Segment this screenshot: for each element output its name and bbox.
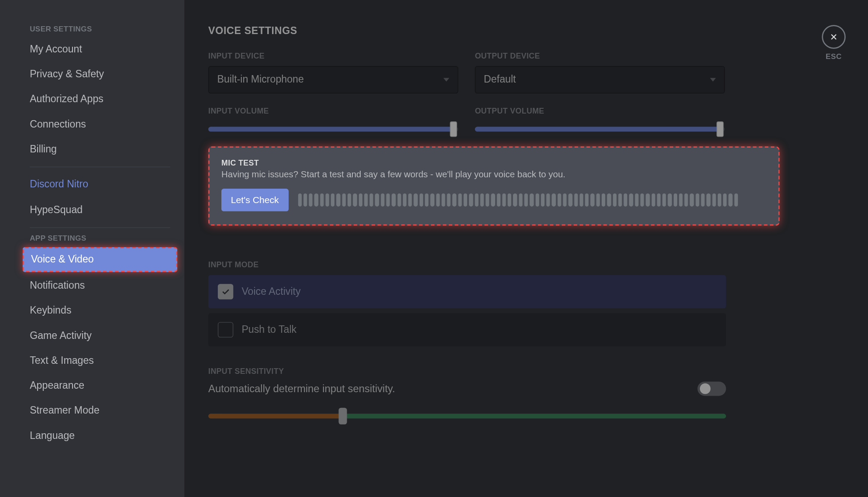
input-sensitivity-label: INPUT SENSITIVITY [208,367,844,376]
auto-sensitivity-toggle[interactable] [697,382,726,396]
checkbox-checked-icon [218,284,233,299]
lets-check-button[interactable]: Let's Check [221,189,288,211]
sidebar-item-hypesquad[interactable]: HypeSquad [23,199,177,221]
sidebar-item-appearance[interactable]: Appearance [23,374,177,397]
close-icon [829,32,839,42]
sidebar-item-connections[interactable]: Connections [23,113,177,136]
sidebar-header-user: USER SETTINGS [23,25,177,33]
sidebar-divider [30,167,170,167]
output-volume-slider[interactable] [475,121,725,136]
input-sensitivity-slider[interactable] [208,409,726,423]
input-volume-slider[interactable] [208,121,458,136]
output-device-value: Default [484,74,516,86]
sidebar-item-my-account[interactable]: My Account [23,38,177,61]
mic-test-card: MIC TEST Having mic issues? Start a test… [208,146,779,225]
sidebar-item-language[interactable]: Language [23,425,177,447]
mic-test-label: MIC TEST [221,159,767,167]
esc-label: ESC [822,52,846,61]
settings-sidebar: USER SETTINGS My Account Privacy & Safet… [0,0,185,497]
sidebar-item-text-images[interactable]: Text & Images [23,349,177,372]
sidebar-item-billing[interactable]: Billing [23,138,177,161]
sidebar-divider [30,227,170,228]
sidebar-item-keybinds[interactable]: Keybinds [23,299,177,322]
input-mode-label: INPUT MODE [208,260,844,269]
output-device-label: OUTPUT DEVICE [475,51,725,60]
mic-vu-meter [298,193,738,207]
output-volume-label: OUTPUT VOLUME [475,107,725,115]
sidebar-item-voice-video[interactable]: Voice & Video [23,247,177,272]
sidebar-item-notifications[interactable]: Notifications [23,274,177,297]
input-mode-voice-activity[interactable]: Voice Activity [208,275,726,308]
input-mode-label-text: Push to Talk [241,324,296,335]
settings-main: ESC VOICE SETTINGS INPUT DEVICE Built-in… [185,0,868,497]
chevron-down-icon [710,78,716,82]
input-mode-push-to-talk[interactable]: Push to Talk [208,313,726,346]
input-device-value: Built-in Microphone [217,74,303,86]
input-volume-label: INPUT VOLUME [208,107,458,115]
sidebar-item-discord-nitro[interactable]: Discord Nitro [23,173,177,196]
input-device-label: INPUT DEVICE [208,51,458,60]
input-sensitivity-desc: Automatically determine input sensitivit… [208,383,395,395]
sidebar-header-app: APP SETTINGS [23,234,177,242]
sidebar-item-privacy-safety[interactable]: Privacy & Safety [23,63,177,86]
close-button[interactable] [822,25,846,49]
sidebar-item-game-activity[interactable]: Game Activity [23,324,177,347]
checkbox-unchecked-icon [218,322,233,337]
sidebar-item-authorized-apps[interactable]: Authorized Apps [23,88,177,111]
close-area: ESC [822,25,846,61]
input-mode-label-text: Voice Activity [241,286,300,297]
chevron-down-icon [443,78,449,82]
sidebar-item-streamer-mode[interactable]: Streamer Mode [23,400,177,422]
mic-test-description: Having mic issues? Start a test and say … [221,169,767,179]
page-title: VOICE SETTINGS [208,25,844,37]
output-device-select[interactable]: Default [475,66,725,93]
input-device-select[interactable]: Built-in Microphone [208,66,458,93]
